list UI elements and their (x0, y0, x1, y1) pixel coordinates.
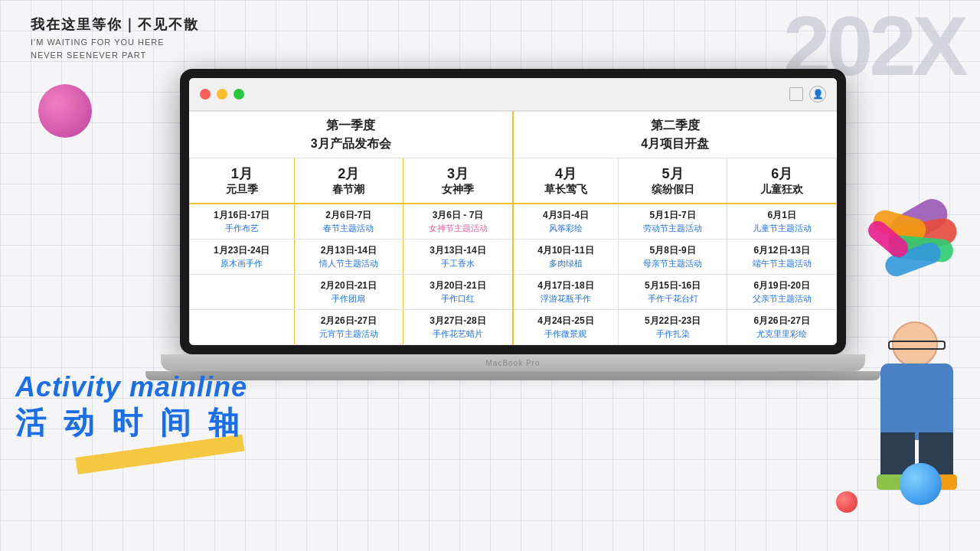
m1-a3 (190, 275, 295, 310)
m4-a1: 4月3日-4日 风筝彩绘 (513, 204, 618, 240)
m5-a2: 5月8日-9日 母亲节主题活动 (618, 240, 727, 275)
m3-a2: 3月13日-14日 手工香水 (403, 240, 513, 275)
m2-a1: 2月6日-7日 春节主题活动 (294, 204, 403, 240)
macbook-base: MacBook Pro (161, 354, 865, 371)
m4-a2: 4月10日-11日 多肉绿植 (513, 240, 618, 275)
quarter-1-header: 第一季度 3月产品发布会 (190, 112, 513, 158)
english-tagline: I'M WAITING FOR YOU HERE NEVER SEENEVER … (31, 36, 199, 61)
macbook-label: MacBook Pro (485, 359, 540, 367)
quarter-header-row: 第一季度 3月产品发布会 第二季度 4月项目开盘 (190, 112, 837, 158)
macbook-foot (145, 371, 880, 380)
month-3-header: 3月 女神季 (403, 158, 513, 204)
m1-a1: 1月16日-17日 手作布艺 (190, 204, 295, 240)
header-text: 我在这里等你｜不见不散 I'M WAITING FOR YOU HERE NEV… (31, 15, 199, 61)
m5-a4: 5月22日-23日 手作扎染 (618, 310, 727, 345)
window-square-button[interactable] (789, 87, 803, 101)
activity-mainline-en: Activity mainline (15, 371, 247, 403)
activity-row-1: 1月16日-17日 手作布艺 2月6日-7日 春节主题活动 3月6日 - 7日 … (190, 204, 837, 240)
m5-a1: 5月1日-7日 劳动节主题活动 (618, 204, 727, 240)
traffic-lights (200, 89, 244, 99)
month-5-header: 5月 缤纷假日 (618, 158, 727, 204)
m2-a2: 2月13日-14日 情人节主题活动 (294, 240, 403, 275)
chinese-tagline: 我在这里等你｜不见不散 (31, 15, 199, 34)
m1-a4 (190, 310, 295, 345)
activity-mainline-cn: 活 动 时 间 轴 (15, 402, 247, 444)
macbook-wrapper: 👤 第一季度 3月产品发布会 第二季度 4月项目开盘 (122, 69, 903, 536)
m3-a1: 3月6日 - 7日 女神节主题活动 (403, 204, 513, 240)
month-2-header: 2月 春节潮 (294, 158, 403, 204)
activity-row-3: 2月20日-21日 手作团扇 3月20日-21日 手作口红 4月17日-18日 … (190, 275, 837, 310)
m3-a3: 3月20日-21日 手作口红 (403, 275, 513, 310)
activity-row-4: 2月26日-27日 元宵节主题活动 3月27日-28日 手作花艺蜡片 4月24日… (190, 310, 837, 345)
month-4-header: 4月 草长莺飞 (513, 158, 618, 204)
pink-decoration-ball (38, 84, 92, 138)
m3-a4: 3月27日-28日 手作花艺蜡片 (403, 310, 513, 345)
month-1-header: 1月 元旦季 (190, 158, 295, 204)
m4-a3: 4月17日-18日 浮游花瓶手作 (513, 275, 618, 310)
window-controls-right: 👤 (789, 86, 826, 103)
m2-a4: 2月26日-27日 元宵节主题活动 (294, 310, 403, 345)
user-avatar-icon[interactable]: 👤 (809, 86, 826, 103)
quarter-2-header: 第二季度 4月项目开盘 (513, 112, 837, 158)
m1-a2: 1月23日-24日 原木画手作 (190, 240, 295, 275)
maximize-button[interactable] (234, 89, 244, 99)
activity-row-2: 1月23日-24日 原木画手作 2月13日-14日 情人节主题活动 3月13日-… (190, 240, 837, 275)
schedule-table: 第一季度 3月产品发布会 第二季度 4月项目开盘 1月 元旦季 (189, 111, 837, 345)
month-header-row: 1月 元旦季 2月 春节潮 3月 女神季 4月 (190, 158, 837, 204)
character-decoration (804, 184, 980, 551)
minimize-button[interactable] (217, 89, 227, 99)
screen-content: 👤 第一季度 3月产品发布会 第二季度 4月项目开盘 (189, 78, 837, 345)
m4-a4: 4月24日-25日 手作微景观 (513, 310, 618, 345)
macbook-screen: 👤 第一季度 3月产品发布会 第二季度 4月项目开盘 (180, 69, 846, 354)
close-button[interactable] (200, 89, 211, 99)
blue-decoration-ball (900, 463, 942, 505)
m5-a3: 5月15日-16日 手作干花台灯 (618, 275, 727, 310)
activity-mainline-label: Activity mainline 活 动 时 间 轴 (15, 371, 247, 444)
red-decoration-ball (836, 491, 858, 513)
m2-a3: 2月20日-21日 手作团扇 (294, 275, 403, 310)
window-chrome: 👤 (189, 78, 837, 111)
